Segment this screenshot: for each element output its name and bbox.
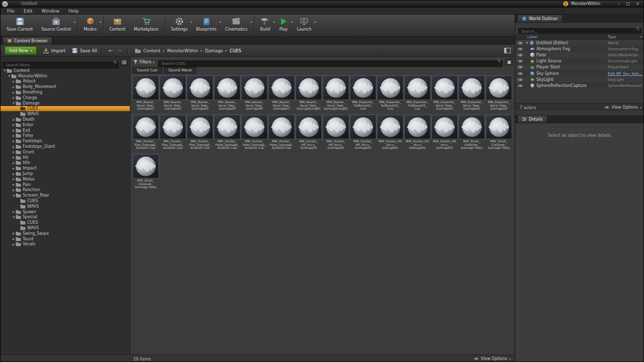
outliner-row-player-start[interactable]: Player StartPlayerStart xyxy=(515,64,644,70)
visibility-eye-icon[interactable] xyxy=(517,41,523,45)
asset-tile[interactable]: MW_Small_Creature_Damage Foley xyxy=(458,115,485,153)
tree-expand-arrow[interactable]: ▶ xyxy=(12,161,16,164)
visibility-eye-icon[interactable] xyxy=(517,59,523,63)
modes-button[interactable]: ▾Modes xyxy=(80,16,102,32)
tree-expand-arrow[interactable]: ▶ xyxy=(12,123,16,126)
settings-button[interactable]: ▾Settings xyxy=(168,16,193,32)
tree-item-attack[interactable]: ▶Attack xyxy=(1,79,130,84)
breadcrumb-cues[interactable]: CUES xyxy=(230,48,242,53)
asset-tile[interactable]: MW_Bearer_Vocal_Take_DamageLong02 xyxy=(323,75,349,114)
tree-expand-arrow[interactable]: ▶ xyxy=(12,189,16,192)
path-options-button[interactable] xyxy=(120,59,128,65)
content-browser-tab[interactable]: Content Browser xyxy=(3,37,52,44)
menu-edit[interactable]: Edit xyxy=(19,8,37,14)
play-button[interactable]: ▾Play xyxy=(276,16,294,32)
tree-item-swing-swipe[interactable]: ▶Swing_Swipe xyxy=(1,231,130,236)
column-header-type[interactable]: Type xyxy=(608,35,616,39)
tree-expand-arrow[interactable]: ▼ xyxy=(3,69,7,72)
tree-item-exit[interactable]: ▶Exit xyxy=(1,128,130,133)
tree-item-grunt[interactable]: ▶Grunt xyxy=(1,149,130,155)
tree-item-breathing[interactable]: ▶Breathing xyxy=(1,89,130,95)
actor-type[interactable]: Edit BP_Sky_Sph... xyxy=(608,71,644,76)
visibility-eye-icon[interactable] xyxy=(517,72,523,75)
tree-item-death[interactable]: ▶Death xyxy=(1,117,130,122)
tree-item-spawn[interactable]: ▶Spawn xyxy=(1,209,130,215)
tree-item-enter[interactable]: ▶Enter xyxy=(1,122,130,128)
column-header-label[interactable]: Label xyxy=(527,35,537,39)
tree-expand-arrow[interactable]: ▼ xyxy=(12,194,16,197)
tree-item-impact[interactable]: ▶Impact xyxy=(1,165,130,171)
world-outliner-tab[interactable]: World Outliner xyxy=(517,15,562,22)
tree-expand-arrow[interactable]: ▶ xyxy=(12,134,16,137)
asset-tile[interactable]: MW_Hunter_Foley_Damage_Asses03 Cue xyxy=(268,115,295,153)
asset-tile[interactable]: MW_Hunter_Hit_Accu_Damage01 xyxy=(377,115,404,153)
menu-file[interactable]: File xyxy=(3,8,19,14)
tree-item-reaction[interactable]: ▶Reaction xyxy=(1,188,130,193)
asset-tile[interactable]: MW_Expector_TailBreak01_Cue xyxy=(350,75,376,114)
minimize-button[interactable]: – xyxy=(614,1,623,7)
tree-item-jump[interactable]: ▶Jump xyxy=(1,171,130,176)
tree-item-content[interactable]: ▼Content xyxy=(1,68,130,73)
panel-toggle-icon[interactable] xyxy=(504,47,511,54)
content-button[interactable]: Content xyxy=(106,16,131,32)
tree-expand-arrow[interactable]: ▶ xyxy=(12,140,16,143)
tree-expand-arrow[interactable]: ▶ xyxy=(12,145,16,148)
asset-tile[interactable]: MW_Expector_TailBreak02_Cue xyxy=(377,75,404,114)
save-search-button[interactable] xyxy=(505,59,513,65)
tree-item-cues[interactable]: CUES xyxy=(1,106,130,112)
tree-item-wavs[interactable]: WAVS xyxy=(1,225,130,231)
visibility-eye-icon[interactable] xyxy=(517,65,523,69)
add-new-button[interactable]: Add New ▾ xyxy=(5,46,37,55)
asset-tile[interactable]: MW_Bearer_Vocal_Take_Damage06 xyxy=(241,75,268,114)
tree-item-pain[interactable]: ▶Pain xyxy=(1,182,130,188)
tree-expand-arrow[interactable]: ▶ xyxy=(12,85,16,88)
tree-item-cues[interactable]: CUES xyxy=(1,198,130,204)
outliner-row-atmospheric-fog[interactable]: Atmospheric FogAtmosphericFog xyxy=(515,46,644,52)
tree-expand-arrow[interactable]: ▶ xyxy=(12,156,16,159)
view-options-button[interactable]: View Options ▾ xyxy=(473,356,511,361)
asset-tile[interactable]: MW_Expector_Vocal_Take_Damage03 xyxy=(486,75,512,114)
tree-expand-arrow[interactable]: ▼ xyxy=(12,216,16,219)
tree-expand-arrow[interactable]: ▶ xyxy=(12,96,16,99)
tree-expand-arrow[interactable]: ▶ xyxy=(12,167,16,170)
asset-tile[interactable]: MW_Hunter_Hit_Accu_Damage02 xyxy=(323,115,349,153)
asset-tile[interactable]: MW_Bearer_Vocal_Take_Damage03 xyxy=(187,75,213,114)
filter-chip-sound-wave[interactable]: Sound Wave xyxy=(164,67,197,73)
outliner-row-skylight[interactable]: SkyLightSkyLight xyxy=(515,76,644,82)
tree-item-idle[interactable]: ▶Idle xyxy=(1,160,130,166)
tree-expand-arrow[interactable]: ▶ xyxy=(12,80,16,83)
asset-tile[interactable]: MW_Bearer_Vocal_Take_Damage01 xyxy=(132,75,159,114)
filters-button[interactable]: Filters ▾ xyxy=(132,60,155,64)
tree-item-hit[interactable]: ▶Hit xyxy=(1,155,130,160)
filter-chip-sound-cue[interactable]: Sound Cue xyxy=(132,67,162,73)
menu-help[interactable]: Help xyxy=(64,8,84,14)
tree-expand-arrow[interactable]: ▶ xyxy=(12,232,16,235)
import-button[interactable]: Import xyxy=(43,47,65,54)
asset-tile[interactable]: MW_Bearer_Vocal_Take_Damage02 xyxy=(159,75,186,114)
maximize-button[interactable]: □ xyxy=(623,1,633,7)
tree-item-footsteps-giant[interactable]: ▶Footsteps_Giant xyxy=(1,144,130,149)
tree-expand-arrow[interactable]: ▶ xyxy=(12,129,16,132)
tree-expand-arrow[interactable]: ▶ xyxy=(12,172,16,175)
tree-expand-arrow[interactable]: ▶ xyxy=(12,243,16,246)
source-control-button[interactable]: ▾Source Control xyxy=(38,16,76,32)
build-button[interactable]: ▾Build xyxy=(257,16,276,32)
asset-tile[interactable]: MW_Hunter_Hit_Accu_Damage01 xyxy=(295,115,322,153)
asset-tile[interactable]: MW_Hunter_Fley_Damage_Asses02 Cue xyxy=(159,115,186,153)
tree-item-special[interactable]: ▼Special xyxy=(1,215,130,220)
tree-item-wavs[interactable]: WAVS xyxy=(1,111,130,117)
forward-button[interactable]: → xyxy=(115,48,123,53)
asset-tile[interactable]: MW_Hunter_Hit_Accu_Damage03 xyxy=(350,115,376,153)
tree-item-charge[interactable]: ▶Charge xyxy=(1,95,130,101)
tree-expand-arrow[interactable]: ▶ xyxy=(12,150,16,153)
menu-window[interactable]: Window xyxy=(37,8,64,14)
tree-item-body-movement[interactable]: ▶Body_Movement xyxy=(1,84,130,89)
tree-item-cues[interactable]: CUES xyxy=(1,220,130,225)
tree-expand-arrow[interactable]: ▼ xyxy=(12,102,16,105)
tree-expand-arrow[interactable]: ▶ xyxy=(12,177,16,180)
blueprints-button[interactable]: ▾Blueprints xyxy=(193,16,222,32)
asset-tile[interactable]: MW_Hunter_Fley_Damage_Asses03 Cue xyxy=(187,115,213,153)
outliner-row-sky-sphere[interactable]: Sky SphereEdit BP_Sky_Sph... xyxy=(515,70,644,76)
save-current-button[interactable]: Save Current xyxy=(4,16,38,32)
asset-tile[interactable]: MW_Expector_Vocal_Take_Damage02 xyxy=(458,75,485,114)
